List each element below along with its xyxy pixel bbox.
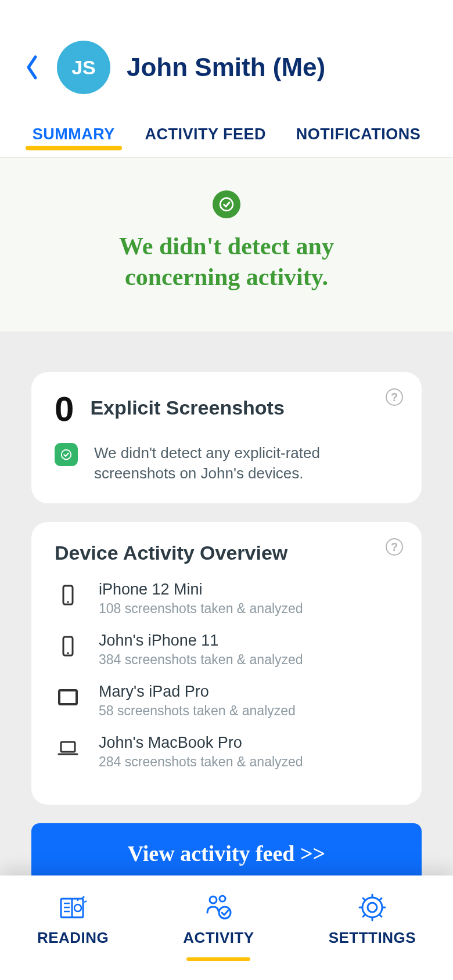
- device-sub: 384 screenshots taken & analyzed: [99, 652, 303, 668]
- active-underline: [186, 957, 250, 961]
- status-message: We didn't detect any concerning activity…: [64, 231, 389, 292]
- explicit-count: 0: [55, 392, 74, 427]
- device-name: iPhone 12 Mini: [99, 581, 303, 599]
- chevron-left-icon: [25, 55, 39, 80]
- avatar-initials: JS: [71, 56, 96, 79]
- device-name: Mary's iPad Pro: [99, 683, 296, 701]
- phone-icon: [55, 582, 81, 608]
- svg-line-17: [84, 901, 87, 902]
- cards-area: ? 0 Explicit Screenshots We didn't detec…: [0, 332, 453, 911]
- nav-reading-label: READING: [37, 929, 109, 947]
- svg-point-18: [210, 896, 217, 903]
- device-sub: 284 screenshots taken & analyzed: [99, 754, 303, 770]
- svg-point-1: [62, 450, 71, 460]
- content-body: We didn't detect any concerning activity…: [0, 158, 453, 958]
- reading-icon: [57, 893, 89, 922]
- tab-activity-feed[interactable]: ACTIVITY FEED: [141, 117, 269, 157]
- activity-icon: [202, 893, 235, 922]
- device-row[interactable]: John's iPhone 11384 screenshots taken & …: [55, 632, 398, 668]
- device-name: John's iPhone 11: [99, 632, 303, 650]
- device-name: John's MacBook Pro: [99, 734, 303, 752]
- nav-settings[interactable]: SETTTINGS: [329, 893, 416, 947]
- gear-icon: [356, 893, 389, 922]
- explicit-title: Explicit Screenshots: [90, 397, 284, 419]
- svg-point-5: [67, 652, 69, 654]
- device-row[interactable]: John's MacBook Pro284 screenshots taken …: [55, 734, 398, 770]
- svg-rect-6: [59, 690, 77, 704]
- header: JS John Smith (Me): [0, 0, 453, 111]
- svg-rect-7: [61, 742, 75, 752]
- tabs: SUMMARY ACTIVITY FEED NOTIFICATIONS: [0, 111, 453, 158]
- svg-point-19: [220, 896, 225, 902]
- nav-activity[interactable]: ACTIVITY: [183, 893, 254, 961]
- device-sub: 58 screenshots taken & analyzed: [99, 703, 296, 719]
- svg-point-3: [67, 601, 69, 603]
- svg-point-14: [74, 905, 81, 911]
- svg-point-20: [219, 907, 231, 918]
- svg-point-0: [220, 198, 233, 211]
- device-sub: 108 screenshots taken & analyzed: [99, 601, 303, 617]
- tab-summary[interactable]: SUMMARY: [29, 117, 118, 157]
- svg-point-21: [368, 903, 377, 912]
- phone-icon: [55, 633, 81, 660]
- help-icon[interactable]: ?: [386, 388, 403, 406]
- device-list: iPhone 12 Mini108 screenshots taken & an…: [55, 581, 398, 770]
- nav-activity-label: ACTIVITY: [183, 929, 254, 947]
- nav-settings-label: SETTTINGS: [329, 929, 416, 947]
- avatar[interactable]: JS: [57, 41, 110, 94]
- bottom-nav: READING ACTIVITY SETTTIN: [0, 875, 453, 980]
- svg-line-16: [82, 896, 84, 899]
- device-row[interactable]: Mary's iPad Pro58 screenshots taken & an…: [55, 683, 398, 719]
- page-title: John Smith (Me): [127, 53, 325, 82]
- device-activity-card: ? Device Activity Overview iPhone 12 Min…: [31, 522, 422, 805]
- back-button[interactable]: [23, 52, 41, 83]
- nav-reading[interactable]: READING: [37, 893, 109, 947]
- check-icon: [55, 443, 78, 466]
- status-banner: We didn't detect any concerning activity…: [0, 158, 453, 332]
- tab-notifications[interactable]: NOTIFICATIONS: [293, 117, 424, 157]
- explicit-description: We didn't detect any explicit-rated scre…: [94, 443, 398, 484]
- laptop-icon: [55, 735, 81, 762]
- device-row[interactable]: iPhone 12 Mini108 screenshots taken & an…: [55, 581, 398, 617]
- tablet-icon: [55, 684, 81, 711]
- device-card-title: Device Activity Overview: [55, 542, 398, 564]
- explicit-screenshots-card: ? 0 Explicit Screenshots We didn't detec…: [31, 372, 422, 503]
- help-icon[interactable]: ?: [386, 538, 403, 556]
- status-check-icon: [213, 190, 240, 218]
- svg-point-22: [362, 898, 382, 917]
